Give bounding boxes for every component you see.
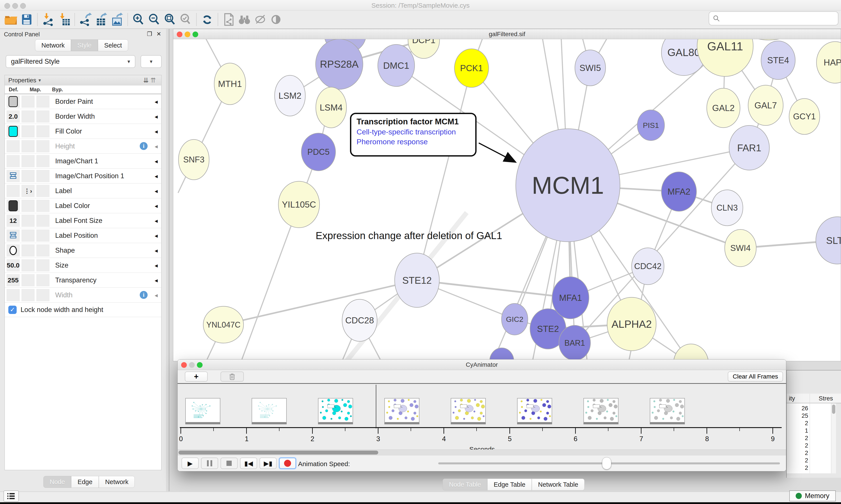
expand-all-icon[interactable]: ⇊	[143, 77, 150, 84]
property-cell[interactable]	[36, 200, 50, 212]
save-session-icon[interactable]	[19, 12, 35, 28]
network-node-dmc1[interactable]: DMC1	[378, 44, 415, 87]
property-row-fill-color[interactable]: Fill Color◂	[5, 124, 161, 139]
expand-property-arrow[interactable]: ◂	[155, 187, 158, 195]
table-cell-value[interactable]: 2	[788, 420, 808, 427]
network-canvas[interactable]: RPS28ADMC1DCP1PCK1MTH1LSM2LSM4SNF3PDC5YI…	[173, 39, 841, 361]
table-cell-value[interactable]: 2	[788, 465, 808, 471]
network-node-unlabeled[interactable]	[490, 348, 514, 361]
network-node-dcp1[interactable]: DCP1	[408, 39, 440, 58]
property-cell[interactable]	[36, 244, 50, 257]
property-cell[interactable]	[36, 170, 50, 182]
property-row-image-chart-1[interactable]: Image/Chart 1◂	[5, 154, 161, 168]
clear-all-frames-button[interactable]: Clear All Frames	[728, 372, 783, 382]
tab-edge[interactable]: Edge	[71, 476, 99, 488]
column-header-centrality[interactable]: ity	[789, 395, 795, 402]
expand-property-arrow[interactable]: ◂	[155, 247, 158, 254]
property-row-width[interactable]: Widthi◂	[5, 288, 161, 303]
scrollbar-thumb[interactable]	[179, 451, 378, 454]
slider-thumb[interactable]	[602, 457, 611, 469]
keyframe-thumbnail-7[interactable]	[650, 398, 685, 424]
tab-node-table[interactable]: Node Table	[443, 479, 487, 490]
property-row-label-color[interactable]: Label Color◂	[5, 198, 161, 213]
property-cell[interactable]	[21, 289, 35, 301]
property-cell[interactable]	[21, 140, 35, 152]
tab-edge-table[interactable]: Edge Table	[487, 479, 532, 490]
property-cell[interactable]	[36, 110, 50, 123]
property-cell[interactable]	[36, 274, 50, 286]
expand-property-arrow[interactable]: ◂	[155, 158, 158, 165]
network-node-cln3[interactable]: CLN3	[711, 190, 743, 226]
export-table-icon[interactable]	[93, 12, 109, 28]
find-binoculars-icon[interactable]	[236, 12, 252, 28]
network-node-snf3[interactable]: SNF3	[179, 140, 209, 180]
property-cell[interactable]	[36, 215, 50, 227]
network-node-pdc5[interactable]: PDC5	[301, 133, 336, 171]
property-cell[interactable]	[36, 259, 50, 271]
style-options-button[interactable]: ▾	[141, 55, 162, 68]
property-cell[interactable]	[36, 230, 50, 242]
expand-property-arrow[interactable]: ◂	[155, 143, 158, 150]
property-cell[interactable]	[6, 185, 20, 197]
tab-network-style[interactable]: Network	[99, 476, 135, 488]
network-node-ynl047c[interactable]: YNL047C	[203, 306, 244, 343]
table-cell-value[interactable]: 2	[788, 435, 808, 442]
network-node-slt2[interactable]: SLT2	[816, 217, 841, 264]
panel-list-button[interactable]	[3, 490, 19, 502]
property-cell[interactable]	[21, 125, 35, 138]
expand-property-arrow[interactable]: ◂	[155, 217, 158, 224]
property-cell[interactable]	[6, 230, 20, 242]
network-node-mth1[interactable]: MTH1	[214, 63, 246, 105]
property-cell[interactable]	[6, 170, 20, 182]
lock-size-checkbox[interactable]: ✓	[8, 306, 17, 314]
network-node-swi5[interactable]: SWI5	[575, 50, 606, 86]
column-header-stress[interactable]: Stres	[819, 395, 833, 402]
property-row-label-position[interactable]: Label Position◂	[5, 228, 161, 243]
network-node-pis1[interactable]: PIS1	[637, 110, 664, 141]
property-cell[interactable]: 255	[6, 274, 20, 286]
keyframe-thumbnail-5[interactable]	[517, 398, 552, 424]
expand-property-arrow[interactable]: ◂	[155, 173, 158, 180]
close-panel-icon[interactable]: ✕	[156, 31, 161, 37]
expand-property-arrow[interactable]: ◂	[155, 113, 158, 120]
import-network-icon[interactable]	[40, 12, 56, 28]
property-cell[interactable]: 50.0	[6, 259, 20, 271]
keyframe-thumbnail-0[interactable]	[185, 398, 220, 424]
property-cell[interactable]: 2.0	[6, 110, 20, 123]
open-folder-icon[interactable]	[3, 12, 19, 28]
zoom-out-icon[interactable]	[146, 12, 162, 28]
skip-to-end-button[interactable]: ▶▮	[260, 457, 276, 469]
export-image-icon[interactable]	[109, 12, 125, 28]
property-cell[interactable]: 12	[6, 215, 20, 227]
property-cell[interactable]	[21, 274, 35, 286]
property-cell[interactable]	[21, 244, 35, 257]
property-cell[interactable]	[36, 95, 50, 108]
property-cell[interactable]	[21, 170, 35, 182]
keyframe-thumbnail-2[interactable]	[318, 398, 353, 424]
tab-network-table[interactable]: Network Table	[532, 479, 585, 490]
tab-style[interactable]: Style	[71, 39, 98, 51]
expand-property-arrow[interactable]: ◂	[155, 292, 158, 299]
property-cell[interactable]: ⋮›	[21, 185, 35, 197]
expand-property-arrow[interactable]: ◂	[155, 128, 158, 135]
collapse-all-icon[interactable]: ⇈	[150, 77, 158, 84]
property-row-height[interactable]: Heighti◂	[5, 139, 161, 154]
import-table-icon[interactable]	[56, 12, 72, 28]
property-cell[interactable]	[6, 155, 20, 167]
delete-frame-button[interactable]	[220, 372, 244, 382]
style-selector-dropdown[interactable]: galFiltered Style ▾	[6, 55, 135, 68]
network-node-mfa1[interactable]: MFA1	[552, 277, 589, 319]
memory-button[interactable]: Memory	[789, 490, 836, 501]
network-node-gal11[interactable]: GAL11	[697, 39, 753, 76]
network-node-pck1[interactable]: PCK1	[454, 49, 489, 87]
scrollbar-thumb[interactable]	[832, 404, 835, 414]
float-panel-icon[interactable]: ❐	[147, 31, 152, 37]
property-cell[interactable]	[21, 259, 35, 271]
info-icon[interactable]: i	[140, 142, 148, 150]
zoom-fit-icon[interactable]	[162, 12, 178, 28]
property-cell[interactable]	[21, 215, 35, 227]
network-node-cdc28[interactable]: CDC28	[342, 299, 377, 341]
search-input[interactable]	[720, 15, 834, 22]
info-icon[interactable]: i	[140, 291, 148, 299]
property-row-border-width[interactable]: 2.0Border Width◂	[5, 109, 161, 124]
